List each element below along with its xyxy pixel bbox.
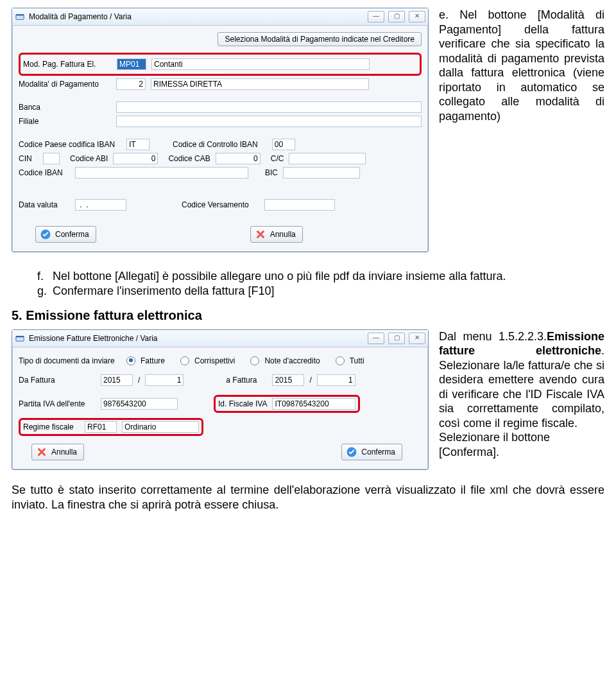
label-da-fattura: Da Fattura	[19, 376, 96, 385]
label-cc: C/C	[271, 154, 284, 163]
modalita-desc-input[interactable]	[151, 78, 369, 90]
cancel-icon	[36, 446, 47, 458]
note-5-p2: Selezionare il bottone	[439, 430, 604, 445]
cc-input[interactable]	[289, 153, 366, 164]
label-cod-iban: Codice IBAN	[19, 168, 70, 177]
emission-dialog: Emissione Fatture Elettroniche / Varia —…	[12, 329, 429, 470]
banca-input[interactable]	[116, 101, 422, 113]
a-year-input[interactable]	[272, 374, 304, 386]
label-bic: BIC	[265, 168, 278, 177]
app-icon	[15, 12, 25, 22]
label-filiale: Filiale	[19, 117, 111, 126]
label-data-valuta: Data valuta	[19, 200, 70, 209]
radio-fatture[interactable]	[126, 356, 135, 365]
conferma-button[interactable]: Conferma	[35, 226, 96, 243]
mp01-highlight: Mod. Pag. Fattura El.	[19, 53, 422, 76]
label-cod-cab: Codice CAB	[168, 154, 210, 163]
radio-fatture-label: Fatture	[141, 356, 165, 365]
mp01-code-input[interactable]	[117, 58, 146, 70]
minimize-button[interactable]: —	[368, 11, 384, 22]
radio-tutti[interactable]	[336, 356, 345, 365]
bic-input[interactable]	[283, 167, 360, 178]
annulla-label-2: Annulla	[51, 448, 77, 457]
annulla-button[interactable]: Annulla	[250, 226, 303, 243]
radio-note-label: Note d'accredito	[264, 356, 320, 365]
minimize-button[interactable]: —	[368, 333, 384, 344]
radio-note[interactable]	[250, 356, 259, 365]
cod-versamento-input[interactable]	[264, 199, 335, 211]
check-icon	[40, 229, 51, 240]
conferma-button-2[interactable]: Conferma	[341, 444, 402, 460]
annulla-button-2[interactable]: Annulla	[31, 444, 84, 460]
label-regime: Regime fiscale	[23, 422, 80, 431]
note-g-text: Confermare l'inserimento della fattura […	[53, 284, 275, 299]
svg-rect-4	[16, 336, 24, 337]
annulla-label: Annulla	[270, 230, 296, 239]
label-piva: Partita IVA dell'ente	[19, 399, 96, 408]
label-id-fiscale: Id. Fiscale IVA	[218, 399, 267, 408]
cancel-icon	[255, 229, 266, 240]
label-a-fattura: a Fattura	[226, 376, 257, 385]
bottom-note: Se tutto è stato inserito correttamente …	[12, 483, 604, 513]
cod-iban-input[interactable]	[75, 167, 248, 178]
regime-highlight: Regime fiscale	[19, 418, 203, 436]
maximize-button[interactable]: ▢	[388, 333, 405, 344]
note-g-marker: g.	[37, 284, 46, 299]
dialog2-title: Emissione Fatture Elettroniche / Varia	[28, 334, 365, 343]
note-5-p1a: Dal menu 1.5.2.2.3.	[439, 330, 547, 343]
note-f-text: Nel bottone [Allegati] è possibile alleg…	[53, 269, 506, 284]
select-creditor-mode-button[interactable]: Seleziona Modalità di Pagamento indicate…	[218, 32, 422, 46]
note-g: g. Confermare l'inserimento della fattur…	[37, 284, 604, 299]
mp01-desc-input[interactable]	[151, 58, 370, 70]
label-banca: Banca	[19, 103, 111, 112]
radio-corr-label: Corrispettivi	[194, 356, 235, 365]
note-e-text: Nel bottone [Modalità di Pagamento] dell…	[439, 8, 604, 123]
modalita-code-input[interactable]	[116, 78, 146, 90]
note-f: f. Nel bottone [Allegati] è possibile al…	[37, 269, 604, 284]
da-year-input[interactable]	[101, 374, 133, 386]
note-5-p3: [Conferma].	[439, 445, 604, 460]
svg-rect-1	[16, 15, 24, 16]
note-5-right: Dal menu 1.5.2.2.3.Emissione fatture ele…	[439, 329, 604, 460]
cod-controllo-input[interactable]	[272, 139, 295, 150]
a-num-input[interactable]	[317, 374, 355, 386]
app-icon	[15, 333, 25, 344]
id-fiscale-input[interactable]	[272, 398, 355, 410]
cod-abi-input[interactable]	[113, 153, 158, 164]
label-cin: CIN	[19, 154, 38, 163]
label-cod-controllo: Codice di Controllo IBAN	[173, 140, 258, 149]
titlebar: Modalità di Pagamento / Varia — ▢ ✕	[12, 8, 428, 26]
label-modalita-pag: Modalita' di Pagamento	[19, 80, 111, 89]
maximize-button[interactable]: ▢	[388, 11, 405, 22]
label-mod-pag-fattura-el: Mod. Pag. Fattura El.	[23, 60, 112, 69]
cod-cab-input[interactable]	[216, 153, 261, 164]
id-fiscale-highlight: Id. Fiscale IVA	[214, 395, 360, 413]
label-tipo-doc: Tipo di documenti da inviare	[19, 356, 121, 365]
note-f-marker: f.	[37, 269, 46, 284]
piva-input[interactable]	[101, 398, 178, 410]
radio-corrispettivi[interactable]	[180, 356, 189, 365]
titlebar-2: Emissione Fatture Elettroniche / Varia —…	[12, 330, 428, 347]
conferma-label-2: Conferma	[361, 448, 395, 457]
da-num-input[interactable]	[145, 374, 184, 386]
payment-mode-dialog: Modalità di Pagamento / Varia — ▢ ✕ Sele…	[12, 8, 429, 252]
regime-code-input[interactable]	[85, 421, 117, 433]
data-valuta-input[interactable]	[75, 199, 126, 211]
dialog-title: Modalità di Pagamento / Varia	[28, 12, 365, 21]
conferma-label: Conferma	[55, 230, 89, 239]
close-button[interactable]: ✕	[409, 11, 425, 22]
radio-tutti-label: Tutti	[350, 356, 364, 365]
regime-desc-input[interactable]	[122, 421, 199, 433]
note-e-marker: e.	[439, 8, 449, 21]
cin-input[interactable]	[43, 153, 60, 164]
close-button[interactable]: ✕	[409, 333, 425, 344]
label-cod-paese: Codice Paese codifica IBAN	[19, 140, 121, 149]
label-cod-abi: Codice ABI	[70, 154, 108, 163]
check-icon	[346, 446, 357, 458]
section-5-heading: 5. Emissione fattura elettronica	[12, 308, 604, 323]
label-cod-versamento: Codice Versamento	[182, 200, 249, 209]
cod-paese-input[interactable]	[126, 139, 150, 150]
note-e: e. Nel bottone [Modalità di Pagamento] d…	[439, 8, 604, 252]
filiale-input[interactable]	[116, 116, 422, 127]
